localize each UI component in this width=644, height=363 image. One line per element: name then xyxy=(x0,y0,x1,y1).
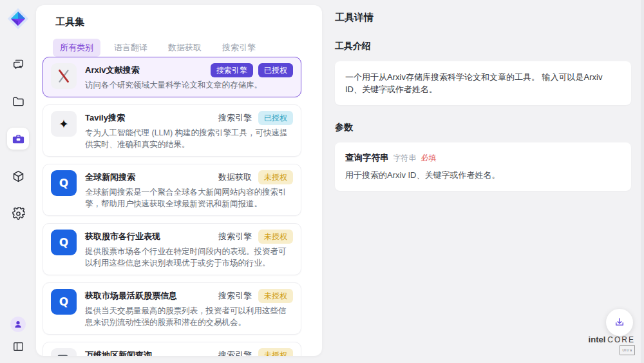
details-title: 工具详情 xyxy=(335,12,631,24)
param-required-badge: 必填 xyxy=(421,153,437,164)
tool-desc: 专为人工智能代理 (LLM) 构建的搜索引擎工具，可快速提供实时、准确和真实的结… xyxy=(85,127,293,150)
sidebar-item-toolbox[interactable] xyxy=(7,128,29,150)
tool-name: 万维地区新闻查询 xyxy=(85,349,152,356)
tool-desc: 全球新闻搜索是一个聚合全球各大新闻网站内容的搜索引擎，帮助用户快速获取全球最新资… xyxy=(85,186,293,210)
auth-status-badge: 已授权 xyxy=(258,111,293,125)
user-avatar[interactable] xyxy=(10,317,26,332)
window-edge xyxy=(641,0,644,363)
sidebar-item-cube[interactable] xyxy=(7,165,29,187)
tools-panel-title: 工具集 xyxy=(55,16,322,28)
tool-name: 获取市场最活跃股票信息 xyxy=(85,290,177,302)
intro-heading: 工具介绍 xyxy=(335,41,631,52)
sidebar-item-chat[interactable] xyxy=(7,53,29,75)
tools-panel: 工具集 所有类别语言翻译数据获取搜索引擎 Arxiv文献搜索 搜索引擎 已授权 … xyxy=(36,5,322,356)
tool-icon: Q xyxy=(51,289,77,315)
collapse-panel-button[interactable] xyxy=(10,338,26,354)
auth-status-badge: 未授权 xyxy=(258,170,293,184)
diamond-logo-icon xyxy=(7,8,29,30)
intro-text: 一个用于从Arxiv存储库搜索科学论文和文章的工具。 输入可以是Arxiv ID… xyxy=(345,71,621,95)
auth-status-badge: 未授权 xyxy=(258,348,293,356)
param-name: 查询字符串 xyxy=(345,152,389,164)
tool-icon xyxy=(51,348,77,356)
tool-name: 全球新闻搜索 xyxy=(85,172,135,183)
gear-icon xyxy=(12,207,25,221)
arxiv-icon xyxy=(55,68,72,84)
category-badge: 搜索引擎 xyxy=(217,289,253,303)
cube-icon xyxy=(12,170,25,183)
param-desc: 用于搜索的Arxiv ID、关键字或作者姓名。 xyxy=(345,170,621,181)
category-badge: 搜索引擎 xyxy=(217,230,253,244)
tool-icon: ✦ xyxy=(51,111,77,137)
tool-desc: 访问各个研究领域大量科学论文和文章的存储库。 xyxy=(85,79,293,91)
sidebar-item-folder[interactable] xyxy=(7,90,29,112)
tool-name: 获取股市各行业表现 xyxy=(85,231,160,242)
tool-name: Tavily搜索 xyxy=(85,112,125,124)
category-badge: 数据获取 xyxy=(217,170,253,184)
panel-icon xyxy=(12,340,24,353)
sidebar xyxy=(0,0,36,363)
core-brand-text: CORE xyxy=(607,335,635,344)
tool-card[interactable]: Arxiv文献搜索 搜索引擎 已授权 访问各个研究领域大量科学论文和文章的存储库… xyxy=(43,57,301,97)
category-tabs: 所有类别语言翻译数据获取搜索引擎 xyxy=(53,39,322,57)
tool-details-panel: 工具详情 工具介绍 一个用于从Arxiv存储库搜索科学论文和文章的工具。 输入可… xyxy=(335,0,631,363)
newspaper-icon xyxy=(55,353,72,356)
tool-card[interactable]: Q 全球新闻搜索 数据获取 未授权 全球新闻搜索是一个聚合全球各大新闻网站内容的… xyxy=(43,164,301,216)
tool-card[interactable]: Q 获取市场最活跃股票信息 搜索引擎 未授权 提供当天交易量最高的股票列表，投资… xyxy=(43,282,301,335)
intel-brand-text: intel xyxy=(589,335,606,344)
tool-icon xyxy=(51,63,77,89)
category-badge: 搜索引擎 xyxy=(217,348,253,356)
tool-card[interactable]: ✦ Tavily搜索 搜索引擎 已授权 专为人工智能代理 (LLM) 构建的搜索… xyxy=(43,104,301,157)
tool-list: Arxiv文献搜索 搜索引擎 已授权 访问各个研究领域大量科学论文和文章的存储库… xyxy=(43,57,301,356)
tool-icon: Q xyxy=(51,230,77,255)
chat-icon xyxy=(12,57,25,71)
category-tab-0[interactable]: 所有类别 xyxy=(53,39,100,57)
category-tab-2[interactable]: 数据获取 xyxy=(161,39,209,57)
tool-card[interactable]: Q 获取股市各行业表现 搜索引擎 未授权 提供股票市场各个行业在特定时间段内的表… xyxy=(43,223,301,275)
core-brand-badge: Ultra xyxy=(620,345,635,355)
download-button[interactable] xyxy=(606,309,633,336)
auth-status-badge: 已授权 xyxy=(258,63,293,77)
user-icon xyxy=(14,320,23,329)
toolbox-icon xyxy=(12,132,25,146)
download-icon xyxy=(614,317,625,328)
category-tab-1[interactable]: 语言翻译 xyxy=(107,39,155,57)
params-heading: 参数 xyxy=(335,122,631,133)
tool-name: Arxiv文献搜索 xyxy=(85,64,140,76)
auth-status-badge: 未授权 xyxy=(258,289,293,303)
sparkle-icon: ✦ xyxy=(59,117,69,132)
tool-card[interactable]: 万维地区新闻查询 搜索引擎 未授权 查询具体行政区划内的新闻，快速了解各地新闻动 xyxy=(43,342,301,356)
tool-desc: 提供股票市场各个行业在特定时间段内的表现。投资者可以利用这些信息来识别表现优于或… xyxy=(85,246,293,269)
param-type: 字符串 xyxy=(393,153,417,164)
app-logo[interactable] xyxy=(7,8,29,30)
param-card: 查询字符串 字符串 必填 用于搜索的Arxiv ID、关键字或作者姓名。 xyxy=(335,142,631,191)
category-badge: 搜索引擎 xyxy=(211,63,253,77)
news-q-icon: Q xyxy=(59,295,68,308)
intro-card: 一个用于从Arxiv存储库搜索科学论文和文章的工具。 输入可以是Arxiv ID… xyxy=(335,61,631,105)
auth-status-badge: 未授权 xyxy=(258,230,293,244)
tool-desc: 提供当天交易量最高的股票列表，投资者可以利用这些信息来识别流动性强的股票和潜在的… xyxy=(85,305,293,328)
sidebar-item-settings[interactable] xyxy=(7,202,29,224)
intel-core-logo: intel CORE Ultra xyxy=(589,335,635,355)
folder-icon xyxy=(12,95,25,108)
news-q-icon: Q xyxy=(59,236,68,249)
news-q-icon: Q xyxy=(59,177,68,190)
category-tab-3[interactable]: 搜索引擎 xyxy=(215,39,263,57)
tool-icon: Q xyxy=(51,170,77,196)
category-badge: 搜索引擎 xyxy=(217,111,253,125)
